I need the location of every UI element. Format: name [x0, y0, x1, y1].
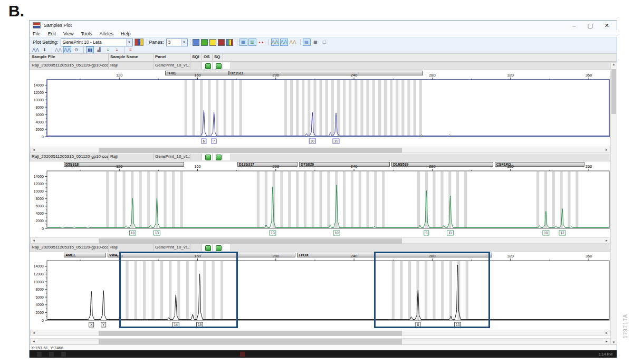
vertical-scrollbar[interactable]: ▲ ▼	[610, 62, 617, 344]
dye-green-button[interactable]	[201, 39, 208, 46]
sample-name-cell[interactable]: Raji	[109, 154, 154, 160]
dye-red-button[interactable]	[218, 39, 225, 46]
pane-horizontal-scrollbar[interactable]: ◂▸	[30, 237, 610, 244]
sample-file-cell[interactable]: Raji_20200511205315_051120-gp10-cce1-cla…	[30, 154, 109, 160]
pane-horizontal-scrollbar[interactable]: ◂▸	[30, 147, 610, 153]
scroll-left-arrow-icon[interactable]: ◂	[31, 339, 37, 343]
column-header-panel[interactable]: Panel	[154, 54, 190, 61]
scroll-up-arrow-icon[interactable]: ▲	[611, 63, 617, 66]
menu-bar: FileEditViewToolsAllelesHelp	[30, 30, 620, 37]
sample-row[interactable]: Raji_20200511205315_051120-gp10-cce1-cla…	[30, 62, 617, 70]
taskbar-icon[interactable]	[37, 352, 42, 357]
taskbar-icon[interactable]	[61, 352, 66, 357]
allele-call-labels[interactable]: 101313109111012	[129, 231, 565, 235]
column-header-os[interactable]: OS	[202, 54, 213, 61]
scroll-right-arrow-icon[interactable]: ▸	[603, 148, 610, 152]
sample-row[interactable]: Raji_20200511205315_051120-gp10-cce1-cla…	[30, 154, 617, 161]
zoom-x-selected-icon-button[interactable]: ⋀⋀	[63, 46, 71, 54]
combined-spectrum-icon-button[interactable]: ⋀⋀	[289, 39, 297, 46]
menu-item-edit[interactable]: Edit	[48, 31, 56, 36]
column-header-sqi[interactable]: SQI	[190, 54, 202, 61]
taskbar-icon[interactable]	[240, 352, 245, 357]
full-view-icon-button[interactable]: ⋀⋀	[32, 46, 40, 54]
scroll-left-arrow-icon[interactable]: ◂	[31, 148, 37, 152]
scroll-down-icon-button[interactable]: ⬇	[41, 46, 49, 54]
figure-label: B.	[8, 2, 24, 20]
scroll-left-arrow-icon[interactable]: ◂	[31, 238, 37, 243]
title-bar[interactable]: Samples Plot – ▢ ✕	[30, 21, 617, 31]
electropherogram-plot[interactable]: 1201602002402803203600200040006000800010…	[30, 162, 617, 237]
maximize-button[interactable]: ▢	[587, 23, 592, 28]
sq-pass-icon	[216, 245, 222, 251]
allele-call-labels[interactable]: 673031	[202, 139, 339, 143]
electropherogram-plot[interactable]: 1201602002402803203600200040006000800010…	[30, 252, 617, 329]
zoom-x-icon-button[interactable]: ⋀⋀	[54, 46, 62, 54]
taskbar-icon[interactable]	[49, 352, 54, 357]
panel-cell[interactable]: GenePrint_10_v1.1	[154, 154, 190, 160]
svg-text:31: 31	[334, 139, 338, 143]
svg-text:240: 240	[351, 254, 358, 258]
dye-all-button[interactable]	[226, 39, 233, 46]
panel-cell[interactable]: GenePrint_10_v1.1	[154, 62, 190, 69]
svg-text:4000: 4000	[35, 120, 44, 124]
sqi-cell	[190, 154, 202, 160]
scroll-right-arrow-icon[interactable]: ▸	[603, 331, 610, 335]
horizontal-scroll-thumb[interactable]	[99, 238, 402, 244]
sq-pass-icon	[216, 63, 222, 69]
sample-name-cell[interactable]: Raji	[109, 244, 154, 251]
confirm-allele-icon-button[interactable]: ⇣	[104, 46, 112, 54]
raw-spectrum-icon-button[interactable]: ⋀⋀	[271, 39, 279, 46]
sample-row[interactable]: Raji_20200511205315_051120-gp10-cce1-cla…	[30, 244, 617, 252]
delete-allele-icon-button[interactable]: ⇣	[113, 46, 121, 54]
bottom-horizontal-scrollbar[interactable]: ◂ ▸	[30, 338, 610, 344]
menu-item-view[interactable]: View	[63, 31, 73, 36]
overlay-panes-icon-button[interactable]: ▥	[248, 39, 256, 46]
zoom-y-icon-button[interactable]: ▮▮	[86, 46, 94, 54]
close-button[interactable]: ✕	[605, 23, 609, 28]
minimize-button[interactable]: –	[572, 23, 576, 28]
chevron-down-icon: ▼	[181, 39, 187, 46]
dye-yellow-button[interactable]	[209, 39, 216, 46]
horizontal-scroll-thumb[interactable]	[99, 148, 402, 153]
samples-table-icon-button[interactable]: ▦	[312, 39, 320, 46]
svg-text:6: 6	[203, 139, 205, 143]
sample-file-cell[interactable]: Raji_20200511205315_051120-gp10-cce1-cla…	[30, 244, 109, 251]
tile-panes-icon-button[interactable]: ▦	[239, 39, 247, 46]
horizontal-scroll-thumb[interactable]	[99, 331, 402, 336]
vertical-scroll-thumb[interactable]	[611, 69, 616, 114]
scroll-right-arrow-icon[interactable]: ▸	[603, 238, 610, 243]
svg-text:120: 120	[116, 73, 123, 78]
peaks-icon-button[interactable]: ▲▲	[257, 39, 265, 46]
sample-file-cell[interactable]: Raji_20200511205315_051120-gp10-cce1-cla…	[30, 62, 109, 69]
svg-text:14000: 14000	[34, 83, 44, 87]
analyzed-spectrum-icon-button[interactable]: ⋀⋀	[280, 39, 288, 46]
menu-item-file[interactable]: File	[33, 31, 41, 36]
column-header-sample-file[interactable]: Sample File	[30, 54, 109, 61]
menu-item-help[interactable]: Help	[121, 31, 131, 36]
genotypes-table-icon-button[interactable]: ▤	[303, 39, 311, 46]
sample-name-cell[interactable]: Raji	[109, 62, 154, 69]
horizontal-scroll-thumb[interactable]	[99, 339, 402, 344]
column-header-sample-name[interactable]: Sample Name	[109, 54, 154, 61]
column-header-sq[interactable]: SQ	[213, 54, 223, 61]
svg-text:160: 160	[194, 73, 201, 78]
scroll-down-arrow-icon[interactable]: ▼	[611, 341, 617, 344]
panes-select[interactable]: 3 ▼	[166, 39, 188, 46]
menu-item-alleles[interactable]: Alleles	[99, 31, 113, 36]
menu-item-tools[interactable]: Tools	[81, 31, 92, 36]
plot-setting-select[interactable]: GenePrint 10 - Leta ▼	[61, 39, 133, 46]
dye-blue-button[interactable]	[193, 39, 199, 46]
scroll-left-arrow-icon[interactable]: ◂	[31, 331, 37, 335]
svg-text:9: 9	[426, 231, 428, 235]
zoom-y-fit-icon-button[interactable]: ▟	[95, 46, 103, 54]
report-icon-button[interactable]: ▢	[321, 39, 329, 46]
scroll-right-arrow-icon[interactable]: ▸	[603, 339, 610, 343]
plot-setting-editor-icon-button[interactable]	[135, 39, 143, 46]
svg-text:12000: 12000	[34, 272, 44, 276]
zoom-reset-icon-button[interactable]: ⚙	[72, 46, 80, 54]
svg-text:8000: 8000	[35, 106, 44, 109]
pane-horizontal-scrollbar[interactable]: ◂▸	[30, 330, 610, 336]
threshold-lines-icon-button[interactable]: ≡	[127, 46, 135, 54]
panel-cell[interactable]: GenePrint_10_v1.1	[154, 244, 190, 251]
electropherogram-plot[interactable]: 1201602002402803203600200040006000800010…	[30, 71, 617, 146]
